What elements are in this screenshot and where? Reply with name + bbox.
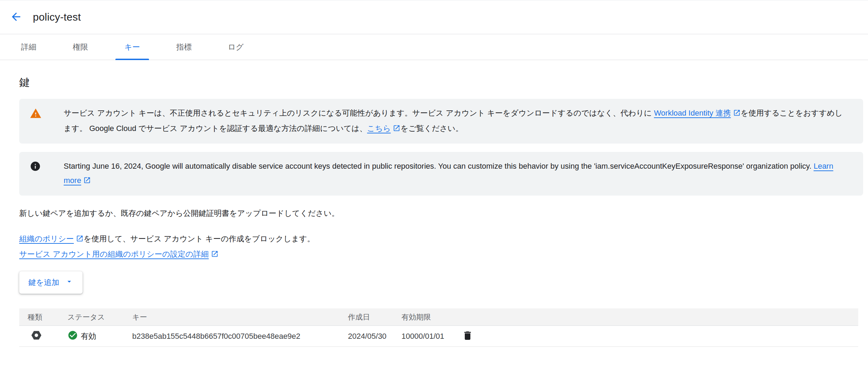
org-policy-details-line: サービス アカウント用の組織のポリシーの設定の詳細 <box>19 247 863 262</box>
col-header-status: ステータス <box>67 312 132 322</box>
info-text-segment-1: Starting June 16, 2024, Google will auto… <box>64 162 813 170</box>
back-button[interactable] <box>8 9 24 25</box>
info-banner: Starting June 16, 2024, Google will auto… <box>19 152 863 196</box>
page-title: policy-test <box>33 11 81 23</box>
add-key-button-label: 鍵を追加 <box>28 277 59 288</box>
key-status-cell: 有効 <box>67 330 132 343</box>
trash-icon <box>462 330 473 342</box>
key-id-cell: b238e5ab155c5448b6657f0c00705bee48eae9e2 <box>132 332 348 341</box>
tab-details[interactable]: 詳細 <box>3 34 55 60</box>
tab-keys[interactable]: キー <box>106 34 158 60</box>
tab-permissions[interactable]: 権限 <box>55 34 106 60</box>
keys-table: 種類 ステータス キー 作成日 有効期限 有効 <box>19 308 858 347</box>
key-type-cell <box>28 329 67 343</box>
open-in-new-icon <box>393 122 400 137</box>
keys-tab-content: 鍵 サービス アカウント キーは、不正使用されるとセキュリティ上のリスクになる可… <box>0 75 868 347</box>
warning-banner-text: サービス アカウント キーは、不正使用されるとセキュリティ上のリスクになる可能性… <box>64 106 849 137</box>
best-practices-link[interactable]: こちら <box>367 124 401 133</box>
workload-identity-link-label: Workload Identity 連携 <box>654 109 731 117</box>
warning-banner: サービス アカウント キーは、不正使用されるとセキュリティ上のリスクになる可能性… <box>19 99 863 144</box>
org-policy-link[interactable]: 組織のポリシー <box>19 234 84 243</box>
warning-text-segment-1: サービス アカウント キーは、不正使用されるとセキュリティ上のリスクになる可能性… <box>64 109 654 117</box>
col-header-key: キー <box>132 312 348 322</box>
warning-text-segment-3: をご覧ください。 <box>400 124 463 133</box>
org-policy-text: を使用して、サービス アカウント キーの作成をブロックします。 <box>84 234 315 243</box>
page-header: policy-test <box>0 0 868 34</box>
tab-logs[interactable]: ログ <box>210 34 262 60</box>
key-actions-cell <box>459 328 480 345</box>
org-policy-details-link-label: サービス アカウント用の組織のポリシーの設定の詳細 <box>19 250 209 258</box>
warning-triangle-icon <box>30 108 42 124</box>
delete-key-button[interactable] <box>459 328 476 345</box>
add-key-button[interactable]: 鍵を追加 <box>19 271 83 294</box>
workload-identity-link[interactable]: Workload Identity 連携 <box>654 109 741 117</box>
key-status-label: 有効 <box>81 331 96 342</box>
table-header-row: 種類 ステータス キー 作成日 有効期限 <box>19 308 858 326</box>
check-circle-icon <box>67 330 78 343</box>
tab-metrics[interactable]: 指標 <box>158 34 210 60</box>
col-header-expires: 有効期限 <box>401 312 459 322</box>
open-in-new-icon <box>76 233 84 247</box>
table-row: 有効 b238e5ab155c5448b6657f0c00705bee48eae… <box>19 326 858 347</box>
org-policy-link-label: 組織のポリシー <box>19 234 74 243</box>
arrow-left-icon <box>10 10 22 24</box>
open-in-new-icon <box>211 248 219 262</box>
key-created-cell: 2024/05/30 <box>348 332 401 341</box>
col-header-type: 種類 <box>28 312 67 322</box>
service-account-keys-page: policy-test 詳細 権限 キー 指標 ログ 鍵 サービス アカウント … <box>0 0 868 373</box>
info-circle-icon <box>30 161 42 176</box>
keys-heading: 鍵 <box>19 75 863 90</box>
info-banner-text: Starting June 16, 2024, Google will auto… <box>64 159 849 189</box>
open-in-new-icon <box>83 174 91 189</box>
caret-down-icon <box>65 277 73 288</box>
key-hexagon-icon <box>30 329 42 343</box>
best-practices-link-label: こちら <box>367 124 391 133</box>
open-in-new-icon <box>733 107 741 121</box>
col-header-created: 作成日 <box>348 312 401 322</box>
org-policy-details-link[interactable]: サービス アカウント用の組織のポリシーの設定の詳細 <box>19 250 219 258</box>
org-policy-line: 組織のポリシーを使用して、サービス アカウント キーの作成をブロックします。 <box>19 232 863 247</box>
key-expires-cell: 10000/01/01 <box>401 332 459 341</box>
add-key-description: 新しい鍵ペアを追加するか、既存の鍵ペアから公開鍵証明書をアップロードしてください… <box>19 206 374 220</box>
tab-bar: 詳細 権限 キー 指標 ログ <box>0 34 868 60</box>
